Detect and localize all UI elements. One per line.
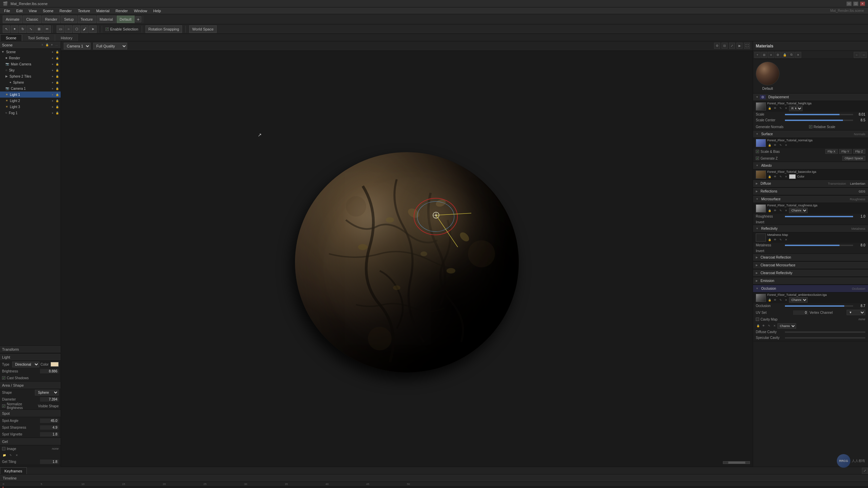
- albedo-color[interactable]: [789, 174, 796, 179]
- disp-view[interactable]: 👁: [773, 106, 777, 110]
- mat-list-btn[interactable]: ≡: [768, 52, 774, 58]
- occ-view[interactable]: 👁: [773, 298, 777, 302]
- vertex-channel-select[interactable]: ▼: [847, 310, 865, 315]
- brush-tool[interactable]: ✏: [43, 25, 51, 33]
- render-lock[interactable]: 🔒: [55, 56, 59, 60]
- alb-view[interactable]: 👁: [773, 174, 777, 179]
- enable-selection-check[interactable]: ✓ Enable Selection: [105, 27, 138, 31]
- cavity-check[interactable]: [756, 318, 759, 321]
- fog1-lock[interactable]: 🔒: [55, 111, 59, 115]
- specular-cavity-slider[interactable]: [785, 337, 865, 339]
- menu-scene[interactable]: Scene: [40, 8, 56, 14]
- sky-vis[interactable]: ●: [51, 68, 55, 72]
- gel-tiling-input[interactable]: [40, 460, 59, 464]
- normalize-check[interactable]: ✓: [2, 404, 5, 408]
- surface-header[interactable]: ▼ Surface Normals: [753, 130, 868, 138]
- fog1-vis[interactable]: ●: [51, 111, 55, 115]
- menu-window[interactable]: Window: [131, 8, 150, 14]
- gel-clear[interactable]: ✕: [14, 453, 19, 458]
- menu-help[interactable]: Help: [151, 8, 164, 14]
- diameter-input[interactable]: [40, 397, 59, 402]
- mat-arrow-right[interactable]: →: [861, 52, 867, 58]
- tree-item-sphere[interactable]: ● Sphere ● 🔒: [0, 79, 61, 85]
- vp-expand-icon[interactable]: ⤢: [729, 43, 735, 49]
- relative-scale-check[interactable]: ✓: [809, 125, 812, 128]
- displacement-header[interactable]: ▼ ⚙ Displacement: [753, 94, 868, 101]
- disp-edit[interactable]: ✎: [778, 106, 783, 110]
- tree-item-fog1[interactable]: ≈ Fog 1 ● 🔒: [0, 110, 61, 116]
- scale-bias-check[interactable]: ✓: [756, 150, 759, 153]
- shape-dropdown[interactable]: Sphere: [35, 390, 59, 395]
- menu-texture[interactable]: Texture: [75, 8, 93, 14]
- mat-delete-btn[interactable]: ✕: [795, 52, 801, 58]
- cav-edit[interactable]: ✎: [767, 323, 771, 328]
- mode-texture[interactable]: Texture: [78, 16, 96, 23]
- occ-edit[interactable]: ✎: [778, 298, 783, 302]
- mat-settings-btn[interactable]: ⚙: [775, 52, 781, 58]
- type-dropdown[interactable]: Directional: [12, 362, 39, 367]
- reflections-header[interactable]: ▶ Reflections GDS: [753, 188, 868, 195]
- roughness-channel[interactable]: Channel R: [789, 208, 808, 213]
- enable-selection-checkbox[interactable]: ✓: [105, 27, 109, 31]
- tree-item-main-camera[interactable]: 📷 Main Camera ● 🔒: [0, 61, 61, 67]
- menu-material[interactable]: Material: [94, 8, 112, 14]
- quality-select[interactable]: Full Quality: [93, 43, 127, 49]
- clearcoat-reflect-header[interactable]: ▶ Clearcoat Reflectivity: [753, 269, 868, 277]
- vp-fullscreen-icon[interactable]: ⛶: [744, 43, 750, 49]
- vp-render-icon[interactable]: ▶: [736, 43, 743, 49]
- keyframes-tab[interactable]: Keyframes: [0, 467, 27, 474]
- metal-edit[interactable]: ✎: [778, 237, 783, 242]
- scale-tool[interactable]: ⤡: [27, 25, 35, 33]
- norm-edit[interactable]: ✎: [778, 143, 783, 147]
- diffuse-cavity-slider[interactable]: [785, 331, 865, 333]
- emission-header[interactable]: ▶ Emission: [753, 277, 868, 285]
- gel-load[interactable]: 📁: [2, 453, 7, 458]
- rotate-tool[interactable]: ↻: [19, 25, 26, 33]
- rough-lock[interactable]: 🔒: [767, 208, 772, 213]
- minimize-button[interactable]: −: [846, 1, 852, 6]
- add-button[interactable]: +: [135, 16, 141, 22]
- metal-clear[interactable]: ✕: [784, 237, 788, 242]
- diffuse-header[interactable]: ▶ Diffuse Transmission Lambertian: [753, 180, 868, 187]
- light1-vis[interactable]: ●: [51, 93, 55, 97]
- tool-settings-tab[interactable]: Tool Settings: [22, 34, 55, 41]
- gel-header[interactable]: Gel: [0, 438, 61, 445]
- sphere-lock[interactable]: 🔒: [55, 80, 59, 84]
- norm-lock[interactable]: 🔒: [767, 143, 772, 147]
- world-space-btn[interactable]: World Space: [189, 25, 217, 33]
- clearcoat-header[interactable]: ▶ Clearcoat Reflection: [753, 254, 868, 261]
- spot-vignette-input[interactable]: [40, 432, 59, 436]
- mode-default[interactable]: Default: [117, 16, 135, 23]
- rough-clear[interactable]: ✕: [784, 208, 788, 213]
- disp-lock[interactable]: 🔒: [767, 106, 772, 110]
- uv-set-input[interactable]: [793, 310, 808, 315]
- occ-lock[interactable]: 🔒: [767, 298, 772, 302]
- tree-item-sphere2tiles[interactable]: ▶ Sphere 2 Tiles ● 🔒: [0, 73, 61, 79]
- scene-lock[interactable]: 🔒: [45, 43, 49, 47]
- area-shape-header[interactable]: Area / Shape: [0, 382, 61, 389]
- move-tool[interactable]: ✦: [11, 25, 18, 33]
- scene-vis[interactable]: ●: [51, 50, 55, 54]
- light1-lock[interactable]: 🔒: [55, 93, 59, 97]
- camera-lock[interactable]: 🔒: [55, 62, 59, 66]
- occlusion-channel[interactable]: Channel R: [789, 297, 808, 303]
- occlusion-header[interactable]: ▼ Occlusion Occlusion: [753, 285, 868, 292]
- mode-render[interactable]: Render: [42, 16, 60, 23]
- sphere2-lock[interactable]: 🔒: [55, 74, 59, 78]
- rough-view[interactable]: 👁: [773, 208, 777, 213]
- scene-lock2[interactable]: 🔒: [55, 50, 59, 54]
- roughness-slider[interactable]: [785, 216, 853, 217]
- vp-layout-icon[interactable]: ⊟: [722, 43, 728, 49]
- displacement-scale-slider[interactable]: [785, 114, 853, 115]
- metalness-slider[interactable]: [785, 245, 853, 246]
- scene-more[interactable]: …: [55, 43, 59, 47]
- mode-setup[interactable]: Setup: [61, 16, 77, 23]
- cast-shadows-check[interactable]: ✓: [2, 376, 5, 380]
- flip-y-btn[interactable]: Flip Y: [839, 149, 852, 154]
- light2-vis[interactable]: ●: [51, 99, 55, 103]
- occ-clear[interactable]: ✕: [784, 298, 788, 302]
- metal-view[interactable]: 👁: [773, 237, 777, 242]
- tree-item-light1[interactable]: ☀ Light 1 ● 🔒: [0, 92, 61, 98]
- cav-view[interactable]: 👁: [761, 323, 766, 328]
- rect-select[interactable]: ▭: [57, 25, 64, 33]
